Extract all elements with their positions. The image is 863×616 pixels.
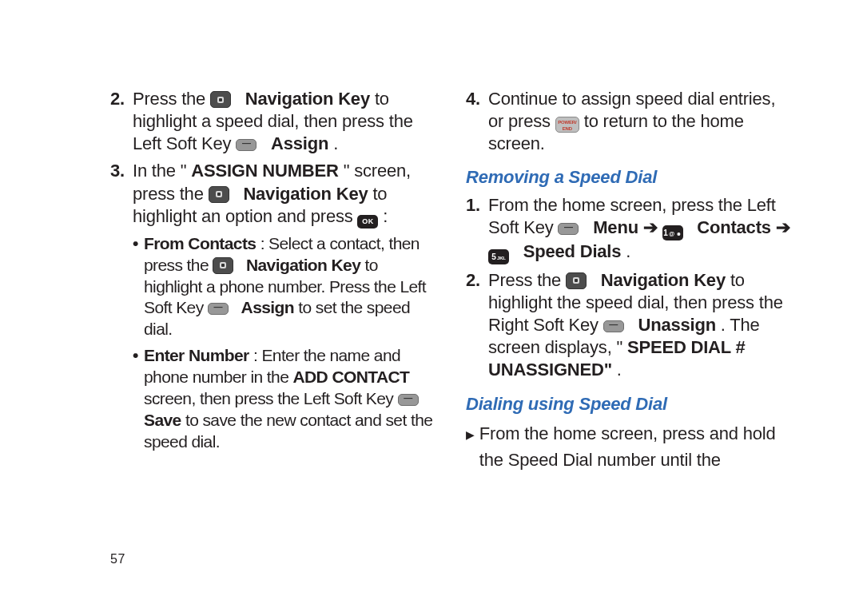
step-number: 2. <box>110 88 133 155</box>
remove-step-1: 1. From the home screen, press the Left … <box>466 194 791 264</box>
text: . <box>617 360 622 380</box>
navigation-key-label: Navigation Key <box>601 270 726 290</box>
text: : <box>383 206 388 226</box>
key-5-icon: 5 JKL <box>488 249 509 264</box>
navigation-key-icon <box>213 257 233 274</box>
text: In the " <box>133 161 186 181</box>
right-soft-key-icon <box>603 320 624 332</box>
step-number: 3. <box>110 160 133 452</box>
step-number: 1. <box>466 194 488 264</box>
bullet: • <box>133 233 144 340</box>
navigation-key-icon <box>566 272 587 289</box>
step-body: In the " ASSIGN NUMBER " screen, press t… <box>133 160 435 452</box>
text: to save the new contact and set the spee… <box>144 411 432 451</box>
step-number: 2. <box>466 269 488 382</box>
step-body: Press the Navigation Key to highlight th… <box>488 269 791 382</box>
right-column: 4. Continue to assign speed dial entries… <box>466 88 791 473</box>
arrow-icon: ➔ <box>643 217 662 237</box>
add-contact-label: ADD CONTACT <box>292 368 409 386</box>
speed-dials-label: Speed Dials <box>523 241 622 261</box>
step-4: 4. Continue to assign speed dial entries… <box>466 88 791 155</box>
from-contacts-label: From Contacts <box>144 234 256 252</box>
enter-number-label: Enter Number <box>144 346 249 364</box>
bullet: • <box>133 345 144 452</box>
navigation-key-label: Navigation Key <box>246 256 360 274</box>
text: Press the <box>488 270 566 290</box>
step-body: From the home screen, press and hold the… <box>479 420 791 473</box>
left-soft-key-icon <box>208 303 229 315</box>
manual-page: 2. Press the Navigation Key to highlight… <box>0 0 863 616</box>
menu-label: Menu <box>593 217 638 237</box>
text: Press the <box>133 89 210 109</box>
power-end-key-icon: POWER/END <box>555 117 579 133</box>
step-2: 2. Press the Navigation Key to highlight… <box>110 88 435 155</box>
text: . <box>626 241 630 261</box>
step-number: 4. <box>466 88 488 155</box>
left-soft-key-icon <box>558 223 579 235</box>
assign-number-label: ASSIGN NUMBER <box>191 161 338 181</box>
ok-key-icon: OK <box>357 215 378 229</box>
left-column: 2. Press the Navigation Key to highlight… <box>110 88 435 473</box>
sub-from-contacts: • From Contacts : Select a contact, then… <box>133 233 435 340</box>
removing-speed-dial-heading: Removing a Speed Dial <box>466 166 791 189</box>
sub-body: From Contacts : Select a contact, then p… <box>144 233 435 340</box>
page-number: 57 <box>110 552 125 566</box>
unassign-label: Unassign <box>638 315 716 335</box>
navigation-key-label: Navigation Key <box>243 184 368 204</box>
sub-body: Enter Number : Enter the name and phone … <box>144 345 435 452</box>
text: . <box>333 133 338 153</box>
dialing-speed-dial-heading: Dialing using Speed Dial <box>466 393 791 415</box>
navigation-key-label: Navigation Key <box>245 89 370 109</box>
triangle-bullet-icon: ▶ <box>466 420 475 473</box>
remove-step-2: 2. Press the Navigation Key to highlight… <box>466 269 791 382</box>
left-soft-key-icon <box>398 394 419 406</box>
assign-label: Assign <box>271 133 328 153</box>
dial-step: ▶ From the home screen, press and hold t… <box>466 420 791 473</box>
two-column-layout: 2. Press the Navigation Key to highlight… <box>110 88 791 473</box>
navigation-key-icon <box>210 91 231 108</box>
key-1-icon: 1 @ ☻ <box>662 225 683 240</box>
left-soft-key-icon <box>236 139 257 151</box>
navigation-key-icon <box>209 186 229 203</box>
step-3: 3. In the " ASSIGN NUMBER " screen, pres… <box>110 160 435 452</box>
text: screen, then press the Left Soft Key <box>144 389 398 407</box>
sub-enter-number: • Enter Number : Enter the name and phon… <box>133 345 435 452</box>
save-label: Save <box>144 411 181 429</box>
arrow-icon: ➔ <box>776 217 790 237</box>
assign-label: Assign <box>241 298 294 316</box>
step-body: From the home screen, press the Left Sof… <box>488 194 791 264</box>
contacts-label: Contacts <box>697 217 771 237</box>
step-body: Press the Navigation Key to highlight a … <box>133 88 435 155</box>
step-body: Continue to assign speed dial entries, o… <box>488 88 791 155</box>
